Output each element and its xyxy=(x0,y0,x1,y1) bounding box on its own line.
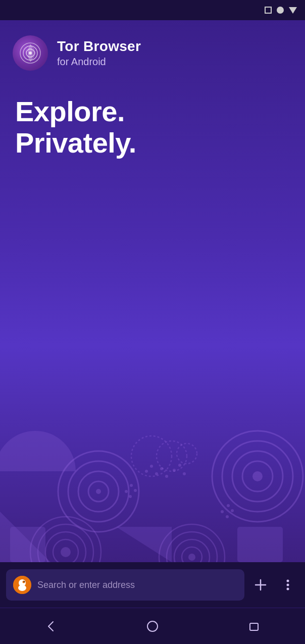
svg-point-37 xyxy=(125,490,128,493)
svg-point-11 xyxy=(177,443,197,464)
more-vert-icon xyxy=(281,578,295,592)
svg-point-16 xyxy=(165,475,168,478)
search-placeholder: Search or enter address xyxy=(37,580,237,590)
hero-line2: Privately. xyxy=(15,127,136,159)
pattern-svg xyxy=(0,310,305,562)
battery-icon xyxy=(265,7,272,14)
svg-point-49 xyxy=(18,585,26,591)
header-text: Tor Browser for Android xyxy=(57,38,141,68)
app-subtitle: for Android xyxy=(57,55,141,68)
svg-point-42 xyxy=(226,515,229,518)
svg-point-30 xyxy=(61,547,71,557)
svg-point-53 xyxy=(287,584,289,586)
svg-rect-56 xyxy=(250,623,258,630)
svg-point-55 xyxy=(147,621,158,631)
svg-point-19 xyxy=(183,472,186,475)
hero-line1: Explore. xyxy=(15,95,125,127)
svg-rect-25 xyxy=(10,527,45,562)
svg-point-54 xyxy=(287,588,289,590)
main-content: Tor Browser for Android Explore. Private… xyxy=(0,20,305,562)
nav-bar xyxy=(0,608,305,644)
hero-section: Explore. Privately. xyxy=(0,81,305,158)
svg-point-24 xyxy=(252,471,263,481)
svg-point-17 xyxy=(173,469,176,472)
back-button[interactable] xyxy=(36,611,66,641)
back-icon xyxy=(44,619,58,633)
header: Tor Browser for Android xyxy=(0,20,305,81)
add-tab-button[interactable] xyxy=(249,574,272,596)
search-bar[interactable]: Search or enter address xyxy=(6,569,244,601)
svg-point-15 xyxy=(160,467,163,470)
svg-point-12 xyxy=(145,470,148,473)
tor-logo xyxy=(13,35,48,71)
svg-point-13 xyxy=(150,465,153,468)
recents-icon xyxy=(247,619,261,633)
svg-rect-36 xyxy=(237,527,283,562)
svg-point-43 xyxy=(231,509,234,512)
plus-icon xyxy=(253,578,268,592)
svg-point-48 xyxy=(24,581,25,582)
svg-point-52 xyxy=(287,580,289,582)
signal-icon xyxy=(277,7,284,14)
svg-point-44 xyxy=(227,504,230,507)
bottom-toolbar: Search or enter address xyxy=(0,562,305,608)
status-bar xyxy=(0,0,305,20)
svg-point-35 xyxy=(188,554,195,561)
recents-button[interactable] xyxy=(239,611,269,641)
svg-point-18 xyxy=(178,464,181,467)
svg-point-14 xyxy=(155,472,158,475)
duckduckgo-icon xyxy=(13,576,31,594)
app-title: Tor Browser xyxy=(57,38,141,55)
svg-point-40 xyxy=(130,484,133,487)
wifi-icon xyxy=(289,7,297,14)
home-button[interactable] xyxy=(137,611,168,641)
svg-point-8 xyxy=(96,489,101,494)
home-icon xyxy=(145,619,160,633)
svg-point-38 xyxy=(129,495,132,498)
svg-point-41 xyxy=(221,510,224,513)
svg-point-39 xyxy=(134,489,137,492)
menu-button[interactable] xyxy=(277,574,299,596)
decorative-pattern xyxy=(0,168,305,562)
hero-title: Explore. Privately. xyxy=(15,96,290,158)
